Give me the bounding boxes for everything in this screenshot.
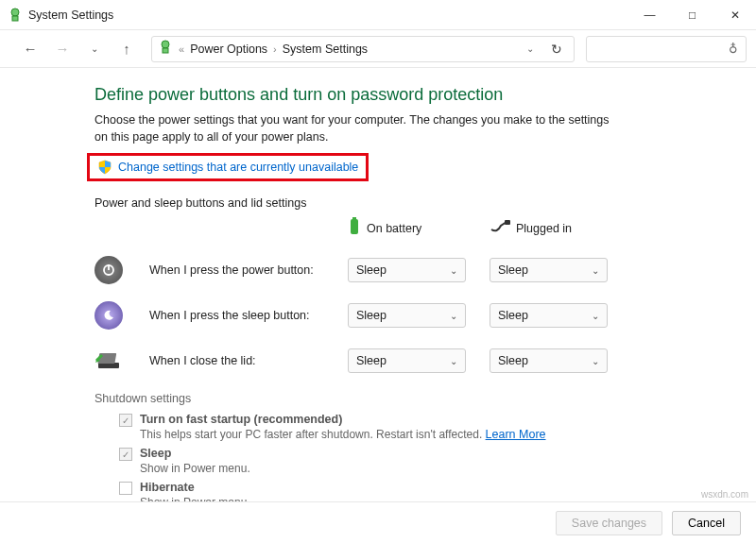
back-button[interactable]: ← — [17, 36, 43, 62]
power-plugged-value: Sleep — [498, 263, 528, 277]
lid-close-icon — [94, 347, 123, 375]
save-button[interactable]: Save changes — [556, 511, 662, 535]
watermark: wsxdn.com — [701, 489, 748, 500]
footer: Save changes Cancel — [0, 501, 756, 543]
refresh-button[interactable]: ↻ — [545, 42, 568, 57]
maximize-button[interactable]: □ — [671, 0, 713, 30]
row-sleep-label: When I press the sleep button: — [149, 309, 329, 322]
chevron-down-icon: ⌄ — [450, 265, 457, 276]
minimize-button[interactable]: — — [628, 0, 671, 30]
shutdown-section-label: Shutdown settings — [94, 392, 741, 405]
fast-startup-checkbox[interactable]: ✓ — [119, 414, 132, 427]
up-button[interactable]: ↑ — [113, 36, 140, 62]
breadcrumb-sep-icon: « — [179, 43, 184, 55]
breadcrumb-chevron-icon: › — [273, 43, 277, 55]
sleep-title: Sleep — [140, 447, 171, 460]
change-settings-highlight: Change settings that are currently unava… — [87, 153, 369, 181]
power-settings-table: On battery Plugged in When I press the p… — [94, 217, 741, 375]
close-button[interactable]: ✕ — [713, 0, 756, 30]
hibernate-checkbox[interactable]: ✓ — [119, 482, 132, 495]
chevron-down-icon: ⌄ — [592, 265, 599, 276]
change-settings-link[interactable]: Change settings that are currently unava… — [118, 161, 358, 174]
sleep-plugged-value: Sleep — [498, 309, 528, 322]
forward-button[interactable]: → — [49, 36, 76, 62]
address-icon — [158, 40, 173, 58]
cancel-button[interactable]: Cancel — [672, 511, 741, 535]
page-subtext: Choose the power settings that you want … — [94, 112, 624, 145]
fast-startup-sub: This helps start your PC faster after sh… — [140, 428, 486, 441]
uac-shield-icon — [97, 160, 112, 175]
titlebar: System Settings — □ ✕ — [0, 0, 756, 30]
plug-icon — [490, 220, 510, 236]
row-power-label: When I press the power button: — [149, 263, 329, 277]
nav-row: ← → ⌄ ↑ « Power Options › System Setting… — [0, 30, 756, 68]
sleep-battery-select[interactable]: Sleep ⌄ — [348, 303, 466, 328]
lid-battery-value: Sleep — [356, 354, 387, 367]
power-battery-select[interactable]: Sleep ⌄ — [348, 258, 466, 282]
svg-rect-3 — [163, 48, 168, 53]
address-dropdown-icon[interactable]: ⌄ — [521, 43, 540, 54]
sleep-button-icon — [94, 301, 123, 330]
svg-rect-5 — [352, 217, 356, 220]
svg-point-2 — [162, 41, 169, 48]
col-battery-label: On battery — [367, 222, 421, 235]
search-input[interactable]: ♁ — [586, 36, 747, 62]
svg-point-0 — [11, 8, 19, 16]
power-button-icon — [94, 256, 123, 284]
breadcrumb-level2[interactable]: System Settings — [283, 42, 368, 56]
sleep-battery-value: Sleep — [356, 309, 387, 322]
learn-more-link[interactable]: Learn More — [486, 428, 546, 441]
breadcrumb-level1[interactable]: Power Options — [190, 42, 267, 56]
chevron-down-icon: ⌄ — [450, 311, 457, 321]
recent-locations-button[interactable]: ⌄ — [81, 36, 108, 62]
fast-startup-title: Turn on fast startup (recommended) — [140, 413, 342, 426]
svg-rect-6 — [505, 220, 510, 225]
address-bar[interactable]: « Power Options › System Settings ⌄ ↻ — [151, 36, 575, 62]
battery-icon — [348, 217, 361, 239]
sleep-checkbox[interactable]: ✓ — [119, 448, 132, 461]
power-plugged-select[interactable]: Sleep ⌄ — [490, 258, 608, 282]
page-heading: Define power buttons and turn on passwor… — [94, 85, 741, 105]
lid-plugged-select[interactable]: Sleep ⌄ — [490, 348, 608, 373]
chevron-down-icon: ⌄ — [450, 356, 457, 366]
svg-rect-4 — [351, 219, 358, 234]
col-plugged-label: Plugged in — [516, 222, 572, 235]
lid-plugged-value: Sleep — [498, 354, 528, 367]
sleep-plugged-select[interactable]: Sleep ⌄ — [490, 303, 608, 328]
app-icon — [8, 8, 23, 23]
hibernate-title: Hibernate — [140, 481, 195, 494]
lid-battery-select[interactable]: Sleep ⌄ — [348, 348, 466, 373]
sleep-sub: Show in Power menu. — [140, 462, 250, 475]
power-battery-value: Sleep — [356, 263, 387, 277]
buttons-section-label: Power and sleep buttons and lid settings — [94, 196, 741, 210]
chevron-down-icon: ⌄ — [592, 356, 599, 366]
svg-rect-1 — [12, 16, 18, 21]
chevron-down-icon: ⌄ — [592, 311, 599, 321]
content-area: Define power buttons and turn on passwor… — [0, 68, 756, 509]
row-lid-label: When I close the lid: — [149, 354, 329, 367]
search-icon: ♁ — [729, 42, 738, 56]
window-title: System Settings — [28, 8, 113, 22]
